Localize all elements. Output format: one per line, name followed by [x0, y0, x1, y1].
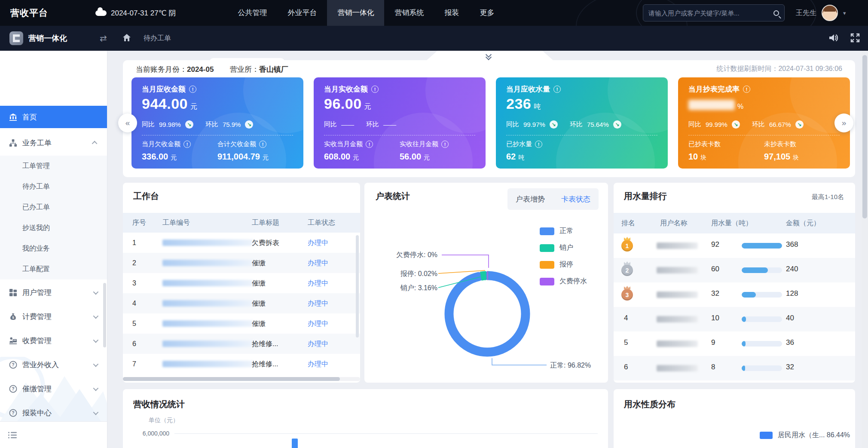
- top-navbar: 营收平台 2024-07-31 27℃ 阴 公共管理 外业平台 营销一体化 营销…: [0, 0, 868, 26]
- table-row[interactable]: 1 92 368: [614, 233, 855, 258]
- table-row[interactable]: 2 60 240: [614, 258, 855, 282]
- app-logo-icon: [9, 31, 23, 45]
- cards-prev-button[interactable]: «: [118, 114, 137, 132]
- redacted-order-number: [162, 341, 254, 347]
- collapse-double-chevron-icon[interactable]: [485, 53, 494, 60]
- table-row[interactable]: 3 催缴办理中: [123, 273, 360, 293]
- table-row[interactable]: 1 欠费拆表办理中: [123, 233, 360, 253]
- page-scrollbar[interactable]: [862, 51, 868, 448]
- tabbar-actions: [828, 32, 860, 43]
- cloud-icon: [95, 10, 107, 16]
- card-sub-metric: 实收往月金额! 56.00元: [400, 140, 449, 162]
- card-trends: 同比99.97% ↘ 环比75.64% ↘: [506, 120, 621, 129]
- table-row-partial[interactable]: [614, 380, 855, 383]
- nav-item-public-mgmt[interactable]: 公共管理: [227, 0, 277, 26]
- sidebar-item-user-mgmt[interactable]: 用户管理: [0, 281, 107, 304]
- info-icon[interactable]: !: [189, 86, 196, 93]
- search-input[interactable]: [648, 9, 773, 17]
- global-search[interactable]: [643, 4, 785, 21]
- submenu-item-cc-me[interactable]: 抄送我的: [0, 218, 107, 238]
- cards-next-button[interactable]: »: [834, 114, 853, 132]
- table-row[interactable]: 7 抢维修...办理中: [123, 354, 360, 374]
- table-row[interactable]: 6 8 32: [614, 356, 855, 380]
- chevron-up-icon: [92, 141, 98, 146]
- callout-suspended: 报停: 0.02%: [400, 270, 437, 279]
- card-sub-metric: 当月欠收金额! 336.00元: [142, 140, 191, 162]
- card-sub-metric: 合计欠收金额! 911,004.79元: [217, 140, 269, 162]
- user-avatar[interactable]: [822, 5, 838, 21]
- sidebar-item-label: 催缴管理: [22, 384, 52, 394]
- speaker-icon[interactable]: [828, 32, 839, 43]
- page-scrollbar-thumb[interactable]: [862, 55, 867, 218]
- status-link[interactable]: 办理中: [308, 273, 328, 293]
- todo-workorder-link[interactable]: 待办工单: [144, 26, 171, 51]
- search-icon[interactable]: [773, 10, 779, 16]
- sidebar-item-collection-mgmt[interactable]: ? 催缴管理: [0, 377, 107, 400]
- info-icon[interactable]: !: [371, 86, 379, 93]
- sidebar-item-home[interactable]: 首页: [0, 106, 107, 128]
- submenu-item-todo-orders[interactable]: 待办工单: [0, 176, 107, 197]
- card-sub-metric: 已抄表卡数 10块: [688, 140, 721, 162]
- table-row[interactable]: 5 催缴办理中: [123, 313, 360, 334]
- legend-item-residential[interactable]: 居民用水（生... 86.44%: [760, 431, 850, 440]
- card-value: 96.00元: [324, 95, 371, 112]
- table-row[interactable]: 3 32 128: [614, 282, 855, 307]
- nav-item-marketing-integration[interactable]: 营销一体化: [327, 0, 384, 26]
- table-row[interactable]: 4 10 40: [614, 307, 855, 331]
- status-link[interactable]: 办理中: [308, 253, 328, 273]
- status-link[interactable]: 办理中: [308, 313, 328, 334]
- month-label: 当前账务月份：: [136, 65, 187, 74]
- status-link[interactable]: 办理中: [308, 334, 328, 354]
- sidebar-item-work-orders[interactable]: 业务工单: [0, 132, 107, 154]
- card-sub-metric: 已抄水量! 62吨: [506, 140, 542, 162]
- panel-title: 用水量排行: [624, 190, 667, 202]
- sidebar-item-installation-center[interactable]: ? 报装中心: [0, 402, 107, 424]
- chevron-down-icon[interactable]: ▾: [843, 10, 846, 16]
- table-row[interactable]: 6 抢维修...办理中: [123, 334, 360, 354]
- nav-item-more[interactable]: 更多: [469, 0, 504, 26]
- info-icon[interactable]: !: [743, 86, 750, 93]
- info-icon[interactable]: !: [441, 141, 449, 148]
- sidebar-item-non-operating-income[interactable]: ? 营业外收入: [0, 353, 107, 376]
- app-tab-bar: 营销一体化 ⇄ 待办工单 首页 ×: [0, 26, 868, 51]
- svg-text:?: ?: [12, 362, 14, 367]
- info-icon[interactable]: !: [366, 141, 373, 148]
- status-link[interactable]: 办理中: [308, 293, 328, 313]
- table-vertical-scrollbar[interactable]: [356, 235, 359, 338]
- submenu-item-my-business[interactable]: 我的业务: [0, 238, 107, 259]
- submenu-item-order-mgmt[interactable]: 工单管理: [0, 156, 107, 176]
- card-value-redacted: %: [688, 95, 744, 112]
- status-link[interactable]: 办理中: [308, 233, 328, 253]
- chevron-down-icon: [93, 361, 99, 367]
- sidebar-item-billing-mgmt[interactable]: $ 计费管理: [0, 305, 107, 328]
- redacted-user-name: [657, 267, 698, 273]
- user-menu[interactable]: 王先生 ▾: [796, 0, 846, 26]
- nav-item-marketing-system[interactable]: 营销系统: [384, 0, 434, 26]
- submenu-item-done-orders[interactable]: 已办工单: [0, 197, 107, 218]
- info-icon[interactable]: !: [535, 141, 542, 148]
- chevron-down-icon: [93, 289, 99, 295]
- fullscreen-icon[interactable]: [850, 33, 860, 43]
- trend-down-icon: ↘: [613, 120, 621, 129]
- nav-item-field-platform[interactable]: 外业平台: [277, 0, 327, 26]
- switch-app-icon[interactable]: ⇄: [100, 26, 107, 51]
- ranking-range-note: 最高1-10名: [812, 193, 844, 201]
- nav-item-installation[interactable]: 报装: [434, 0, 469, 26]
- menu-list-icon[interactable]: [8, 431, 17, 439]
- info-icon[interactable]: !: [553, 86, 561, 93]
- info-icon[interactable]: !: [183, 141, 191, 148]
- dashed-divider: [506, 135, 657, 135]
- table-horizontal-scrollbar[interactable]: [123, 377, 360, 381]
- table-row[interactable]: 4 催缴办理中: [123, 293, 360, 313]
- donut-leader-lines: [364, 183, 608, 383]
- info-icon[interactable]: !: [259, 141, 266, 148]
- table-row[interactable]: 5 9 36: [614, 331, 855, 356]
- submenu-item-order-config[interactable]: 工单配置: [0, 259, 107, 279]
- table-row[interactable]: 2 催缴办理中: [123, 253, 360, 273]
- cashier-icon: [9, 336, 17, 345]
- home-icon[interactable]: [122, 33, 131, 43]
- sidebar-scrollbar[interactable]: [103, 283, 106, 347]
- sidebar-item-fee-collection[interactable]: 收费管理: [0, 329, 107, 352]
- weather-widget: 2024-07-31 27℃ 阴: [95, 8, 176, 18]
- status-link[interactable]: 办理中: [308, 354, 328, 374]
